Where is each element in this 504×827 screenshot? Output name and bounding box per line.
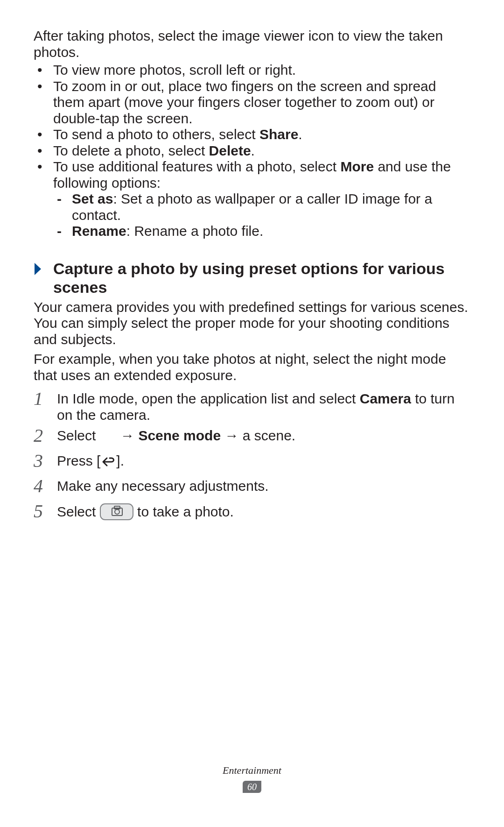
step-text-pre: Select bbox=[57, 504, 100, 519]
li-text: To zoom in or out, place two fingers on … bbox=[53, 78, 436, 126]
list-item: To zoom in or out, place two fingers on … bbox=[34, 78, 470, 127]
li-text-post: . bbox=[251, 143, 255, 158]
photo-actions-list: To view more photos, scroll left or righ… bbox=[34, 62, 470, 240]
step-text-pre: In Idle mode, open the application list … bbox=[57, 391, 360, 406]
step-item: Select to take a photo. bbox=[34, 503, 470, 524]
sub-bold: Rename bbox=[72, 223, 126, 239]
step-item: Make any necessary adjustments. bbox=[34, 478, 470, 499]
back-key-icon bbox=[100, 455, 116, 471]
list-item: To use additional features with a photo,… bbox=[34, 159, 470, 240]
li-text-post: . bbox=[298, 127, 302, 142]
steps-list: In Idle mode, open the application list … bbox=[34, 391, 470, 524]
li-text-bold: More bbox=[340, 159, 374, 174]
chevron-right-icon bbox=[34, 259, 47, 278]
li-text-pre: To send a photo to others, select bbox=[53, 127, 259, 142]
camera-shutter-icon bbox=[100, 503, 133, 524]
step-item: In Idle mode, open the application list … bbox=[34, 391, 470, 423]
list-item: To send a photo to others, select Share. bbox=[34, 127, 470, 143]
step-arrow: → bbox=[117, 428, 139, 443]
section-paragraph: Your camera provides you with predefined… bbox=[34, 299, 470, 348]
li-text-bold: Share bbox=[259, 127, 298, 142]
step-text-post: to take a photo. bbox=[133, 504, 234, 519]
list-item: Rename: Rename a photo file. bbox=[53, 223, 470, 240]
step-text-pre: Press [ bbox=[57, 453, 100, 468]
li-text: To view more photos, scroll left or righ… bbox=[53, 62, 296, 78]
list-item: Set as: Set a photo as wallpaper or a ca… bbox=[53, 191, 470, 223]
page-number-badge: 60 bbox=[243, 781, 261, 793]
footer-chapter: Entertainment bbox=[0, 764, 504, 776]
sub-post: : Rename a photo file. bbox=[126, 223, 264, 239]
step-text: Make any necessary adjustments. bbox=[57, 478, 269, 494]
sub-bold: Set as bbox=[72, 191, 113, 206]
page-content: After taking photos, select the image vi… bbox=[0, 0, 504, 524]
section-paragraph: For example, when you take photos at nig… bbox=[34, 351, 470, 383]
li-text-bold: Delete bbox=[209, 143, 251, 158]
intro-paragraph: After taking photos, select the image vi… bbox=[34, 28, 470, 60]
step-item: Select → Scene mode → a scene. bbox=[34, 428, 470, 448]
step-text-bold: Camera bbox=[360, 391, 411, 406]
li-text-pre: To delete a photo, select bbox=[53, 143, 209, 158]
step-text-pre: Select bbox=[57, 428, 100, 443]
li-text-pre: To use additional features with a photo,… bbox=[53, 159, 340, 174]
section-title: Capture a photo by using preset options … bbox=[47, 259, 470, 297]
sub-post: : Set a photo as wallpaper or a caller I… bbox=[72, 191, 432, 223]
step-text-post: → a scene. bbox=[221, 428, 295, 443]
page-footer: Entertainment 60 bbox=[0, 764, 504, 793]
section-heading: Capture a photo by using preset options … bbox=[34, 259, 470, 297]
svg-marker-0 bbox=[35, 263, 41, 275]
step-item: Press []. bbox=[34, 453, 470, 474]
more-options-list: Set as: Set a photo as wallpaper or a ca… bbox=[53, 191, 470, 240]
step-text-bold: Scene mode bbox=[138, 428, 221, 443]
list-item: To view more photos, scroll left or righ… bbox=[34, 62, 470, 78]
list-item: To delete a photo, select Delete. bbox=[34, 143, 470, 159]
step-text-post: ]. bbox=[116, 453, 124, 468]
